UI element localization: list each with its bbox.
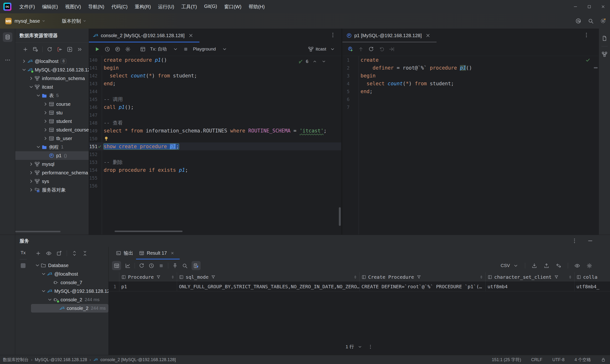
tree-item-console-7[interactable]: console_7: [31, 278, 108, 287]
find-icon[interactable]: [182, 263, 188, 269]
chevron-down-icon[interactable]: [28, 84, 34, 90]
code-line-1[interactable]: 1create: [342, 56, 598, 64]
tab-options-kebab-icon[interactable]: [583, 32, 589, 38]
column-header-create-procedure[interactable]: Create Procedure: [359, 272, 485, 282]
tree-item-localhost[interactable]: @localhost: [31, 270, 108, 278]
chevron-right-icon[interactable]: [42, 110, 49, 116]
menu-item-u[interactable]: 运行(U): [155, 2, 178, 12]
menu-item-e[interactable]: 编辑(E): [39, 2, 62, 12]
status-breadcrumbs[interactable]: 数据库控制台›MySQL-@192.168.128.128›console_2 …: [3, 357, 176, 363]
chevron-right-icon[interactable]: [28, 169, 34, 176]
chevron-down-icon[interactable]: [172, 46, 179, 52]
minimize-button[interactable]: [569, 0, 582, 13]
code-line-3[interactable]: 3begin: [342, 72, 598, 79]
ai-assistant-icon[interactable]: [575, 18, 581, 24]
chevron-right-icon[interactable]: [21, 58, 27, 64]
filter-funnel-icon[interactable]: [211, 275, 216, 279]
menu-item-git-g[interactable]: Git(G): [201, 2, 221, 12]
run-button[interactable]: [94, 46, 100, 52]
menu-item-h[interactable]: 帮助(H): [245, 2, 268, 12]
code-line-5[interactable]: 5end;: [342, 87, 598, 95]
tab-console2[interactable]: console_2 [MySQL-@192.168.128.128]: [89, 29, 199, 42]
tree-item-mysql-192-168-128-128[interactable]: MySQL-@192.168.128.128: [31, 287, 108, 295]
chevron-down-icon[interactable]: [35, 92, 41, 99]
cell-character-set-client[interactable]: utf8mb4: [485, 282, 574, 291]
add-service-button[interactable]: [35, 250, 41, 256]
hide-panel-icon[interactable]: [587, 238, 593, 244]
tree-item-student[interactable]: student: [15, 117, 89, 126]
cell-sql-mode[interactable]: ONLY_FULL_GROUP_BY,STRICT_TRANS_TABLES,N…: [177, 282, 359, 291]
horizontal-scrollbar[interactable]: [115, 231, 182, 232]
column-header-character-set-client[interactable]: character_set_client: [485, 272, 574, 282]
expand-all-button[interactable]: [71, 250, 78, 256]
cell-colla[interactable]: utf8mb4_: [574, 282, 610, 291]
history-icon[interactable]: [148, 263, 155, 269]
breadcrumb-0[interactable]: 数据库控制台: [3, 357, 29, 363]
tree-item-item[interactable]: 表5: [15, 91, 89, 100]
refresh-button[interactable]: [47, 46, 53, 52]
code-line-155[interactable]: 155: [89, 174, 341, 182]
grid-settings-icon[interactable]: [586, 263, 592, 269]
code-line-156[interactable]: 156: [89, 182, 341, 190]
code-line-141[interactable]: 141begin: [89, 64, 341, 72]
schema-compare-stripe-button[interactable]: [600, 50, 609, 59]
tree-item-mysql[interactable]: mysql: [15, 160, 89, 169]
horizontal-scrollbar[interactable]: [15, 231, 61, 232]
code-line-151[interactable]: 151show create procedure p1;: [89, 143, 341, 150]
filter-funnel-icon[interactable]: [554, 275, 559, 279]
code-area-console2[interactable]: 6 140create procedure p1()141begin142 se…: [89, 56, 341, 234]
menu-item-r[interactable]: 重构(R): [131, 2, 155, 12]
datasource-settings-button[interactable]: [32, 46, 38, 52]
import-upload-icon[interactable]: [544, 263, 549, 269]
project-badge[interactable]: MB: [5, 18, 12, 24]
add-datasource-button[interactable]: [22, 46, 28, 52]
disconnect-button[interactable]: [57, 46, 63, 52]
tx-toggle[interactable]: Tx: [21, 250, 26, 255]
rows-count-select[interactable]: 1 行: [346, 344, 363, 350]
reload-icon[interactable]: [139, 263, 145, 269]
column-header-colla[interactable]: colla: [574, 272, 610, 282]
footer-kebab-icon[interactable]: [368, 344, 373, 350]
settings-gear-icon[interactable]: [600, 18, 606, 24]
expand-toolbar-icon[interactable]: [77, 46, 83, 52]
chevron-right-icon[interactable]: [42, 118, 49, 124]
code-line-143[interactable]: 143end;: [89, 79, 341, 87]
results-tab-item[interactable]: 输出: [113, 247, 136, 260]
code-line-152[interactable]: 152: [89, 150, 341, 158]
gear-icon[interactable]: [125, 46, 131, 52]
schema-switcher[interactable]: itcast: [316, 46, 326, 52]
result-grid-row[interactable]: 1p1ONLY_FULL_GROUP_BY,STRICT_TRANS_TABLE…: [109, 282, 610, 291]
view-options-button[interactable]: [46, 250, 52, 256]
indent[interactable]: 4 个空格: [574, 357, 591, 363]
code-line-153[interactable]: 153-- 删除: [89, 158, 341, 166]
tree-item-tb-user[interactable]: tb_user: [15, 134, 89, 143]
more-tool-windows-button[interactable]: [3, 55, 13, 65]
database-explorer-stripe-button[interactable]: [3, 32, 13, 42]
stop-toggle[interactable]: [21, 263, 26, 268]
chevron-right-icon[interactable]: [28, 187, 34, 193]
chevron-down-icon[interactable]: [35, 144, 41, 150]
chevron-right-icon[interactable]: [42, 127, 49, 133]
tree-item-localhost[interactable]: @localhost8: [15, 57, 89, 65]
chevron-down-icon[interactable]: [47, 297, 53, 303]
chevron-down-icon[interactable]: [21, 67, 27, 73]
code-line-7[interactable]: 7: [342, 103, 598, 111]
chevron-down-icon[interactable]: [40, 288, 47, 294]
sort-icon[interactable]: [353, 275, 357, 279]
tree-item-stu[interactable]: stu: [15, 108, 89, 117]
chevron-down-icon[interactable]: [41, 19, 46, 23]
run-procedure-icon[interactable]: P: [348, 46, 354, 52]
pin-tab-icon[interactable]: [172, 263, 178, 269]
code-line-150[interactable]: 150: [89, 135, 341, 143]
chart-view-icon[interactable]: [125, 263, 131, 269]
playground-label[interactable]: Playground: [193, 46, 216, 52]
search-icon[interactable]: [588, 18, 594, 24]
chevron-right-icon[interactable]: [28, 75, 34, 81]
tab-p1[interactable]: P p1 [MySQL-@192.168.128.128]: [342, 29, 437, 42]
tree-item-console-2[interactable]: console_2244 ms: [31, 304, 108, 312]
cell-create-procedure[interactable]: CREATE DEFINER=`root`@`%` PROCEDURE `p1`…: [359, 282, 485, 291]
code-line-144[interactable]: 144: [89, 87, 341, 95]
tree-item-course[interactable]: course: [15, 100, 89, 108]
menu-item-c[interactable]: 代码(C): [108, 2, 131, 12]
code-line-147[interactable]: 147: [89, 111, 341, 119]
